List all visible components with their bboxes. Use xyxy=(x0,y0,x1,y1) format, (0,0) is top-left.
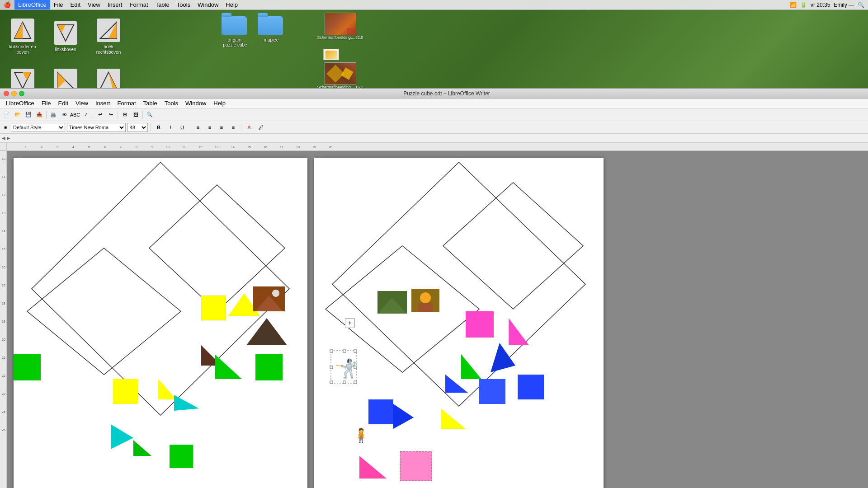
spellcheck-btn[interactable]: ABC xyxy=(70,110,80,120)
table-app-menu[interactable]: Table xyxy=(140,99,161,108)
sep1 xyxy=(46,111,47,119)
window-menu[interactable]: Window xyxy=(194,0,222,9)
battery-icon: 🔋 xyxy=(800,2,807,8)
minimize-button[interactable] xyxy=(11,91,17,96)
align-left-btn[interactable]: ≡ xyxy=(193,122,203,132)
pages-container: 🤺 🧍 xyxy=(7,151,868,488)
paragraph-style-select[interactable]: Default Style xyxy=(11,123,65,132)
svg-text:17: 17 xyxy=(280,145,283,149)
nav-right[interactable]: ▶ xyxy=(7,136,10,141)
desktop-icon-mapjee[interactable]: mapjee xyxy=(258,16,285,47)
svg-rect-66 xyxy=(14,354,41,380)
svg-marker-82 xyxy=(509,318,529,345)
nav-arrows-bar: ◀ ▶ xyxy=(0,134,868,143)
close-button[interactable] xyxy=(4,91,9,96)
spacer xyxy=(323,42,355,47)
insert-image-btn[interactable]: 🖼 xyxy=(131,110,141,120)
svg-rect-89 xyxy=(368,399,393,424)
open-btn[interactable]: 📂 xyxy=(13,110,23,120)
svg-marker-60 xyxy=(27,248,181,375)
desktop-icon-linksonder[interactable]: linksonder enboven xyxy=(2,14,43,59)
lo-menu[interactable]: LibreOffice xyxy=(2,99,38,108)
svg-text:10: 10 xyxy=(166,145,170,149)
view-app-menu[interactable]: View xyxy=(72,99,92,108)
font-color-btn[interactable]: A xyxy=(244,122,254,132)
svg-text:13: 13 xyxy=(2,211,5,215)
auto-spellcheck-btn[interactable]: ✓ xyxy=(81,110,91,120)
insert-menu[interactable]: Insert xyxy=(104,0,126,9)
format-app-menu[interactable]: Format xyxy=(113,99,139,108)
bold-btn[interactable]: B xyxy=(154,122,164,132)
page-2: 🤺 🧍 xyxy=(314,158,604,488)
svg-text:11: 11 xyxy=(2,175,5,178)
desktop-icon-hoek-rechtsboven[interactable]: hoekrechtsboven xyxy=(88,14,129,59)
svg-marker-88 xyxy=(441,408,466,429)
align-right-btn[interactable]: ≡ xyxy=(217,122,226,132)
window-app-menu[interactable]: Window xyxy=(182,99,210,108)
svg-text:23: 23 xyxy=(2,392,5,395)
table-menu[interactable]: Table xyxy=(152,0,173,9)
fmt-sep2 xyxy=(190,123,190,131)
apple-menu[interactable]: 🍎 xyxy=(0,0,14,9)
mapjee-folder-shape xyxy=(258,16,283,35)
writer-window: Puzzle cube.odt – LibreOffice Writer Lib… xyxy=(0,88,868,488)
font-select[interactable]: Times New Roma xyxy=(67,123,126,132)
svg-rect-87 xyxy=(518,375,544,399)
linksonder-label: linksonder enboven xyxy=(9,44,36,55)
svg-rect-94 xyxy=(354,350,357,352)
align-center-btn[interactable]: ≡ xyxy=(205,122,215,132)
edit-app-menu[interactable]: Edit xyxy=(55,99,72,108)
view-menu[interactable]: View xyxy=(84,0,104,9)
svg-text:9: 9 xyxy=(151,145,153,149)
preview-btn[interactable]: 👁 xyxy=(59,110,69,120)
align-justify-btn[interactable]: ≡ xyxy=(228,122,238,132)
screenshot-thumb-1[interactable]: Schermaflbeelding....32.5 xyxy=(323,13,357,40)
svg-text:10: 10 xyxy=(2,157,5,160)
svg-text:2: 2 xyxy=(41,145,42,149)
nav-left[interactable]: ◀ xyxy=(2,136,5,141)
format-menu[interactable]: Format xyxy=(126,0,151,9)
menubar-right: 📶 🔋 vr 20:35 Emily — 🔍 xyxy=(790,2,868,8)
font-size-select[interactable]: 48 xyxy=(127,123,148,132)
print-btn[interactable]: 🖨️ xyxy=(48,110,58,120)
svg-rect-95 xyxy=(330,366,333,369)
tools-menu[interactable]: Tools xyxy=(173,0,194,9)
fmt-sep1 xyxy=(151,123,151,131)
screenshot-thumb-2[interactable]: Schermaflbeelding....16.3 xyxy=(323,62,357,89)
libreoffice-menu[interactable]: LibreOffice xyxy=(14,0,50,9)
svg-text:20: 20 xyxy=(2,338,5,341)
save-btn[interactable]: 💾 xyxy=(24,110,33,120)
file-app-menu[interactable]: File xyxy=(38,99,55,108)
insert-table-btn[interactable]: ⊞ xyxy=(120,110,130,120)
svg-rect-73 xyxy=(170,445,193,468)
svg-text:5: 5 xyxy=(88,145,90,149)
maximize-button[interactable] xyxy=(19,91,24,96)
move-icon[interactable]: ✛ xyxy=(345,318,355,328)
italic-btn[interactable]: I xyxy=(165,122,175,132)
undo-btn[interactable]: ↩ xyxy=(95,110,105,120)
fmt-sep3 xyxy=(241,123,241,131)
tools-app-menu[interactable]: Tools xyxy=(161,99,182,108)
find-btn[interactable]: 🔍 xyxy=(145,110,155,120)
desktop-icon-origami[interactable]: origamipuzzle cube xyxy=(222,16,249,47)
help-menu[interactable]: Help xyxy=(222,0,241,9)
help-app-menu[interactable]: Help xyxy=(210,99,229,108)
file-menu[interactable]: File xyxy=(50,0,67,9)
edit-menu[interactable]: Edit xyxy=(67,0,84,9)
ss2-small[interactable] xyxy=(323,49,339,60)
save-remote-btn[interactable]: 📤 xyxy=(34,110,44,120)
svg-marker-58 xyxy=(32,162,289,415)
linksboven-icon xyxy=(53,20,78,46)
ruler-corner xyxy=(0,143,7,150)
pages-area[interactable]: ✛ xyxy=(7,151,868,488)
redo-btn[interactable]: ↪ xyxy=(106,110,116,120)
svg-text:🤺: 🤺 xyxy=(335,357,357,379)
new-btn[interactable]: 📄 xyxy=(2,110,12,120)
underline-btn[interactable]: U xyxy=(177,122,187,132)
highlight-btn[interactable]: 🖊 xyxy=(256,122,266,132)
desktop-icon-linksboven[interactable]: linksboven xyxy=(45,14,86,59)
svg-rect-97 xyxy=(330,381,333,384)
hoek-rechtsboven-icon xyxy=(96,18,121,43)
search-icon[interactable]: 🔍 xyxy=(858,2,864,8)
insert-app-menu[interactable]: Insert xyxy=(92,99,114,108)
